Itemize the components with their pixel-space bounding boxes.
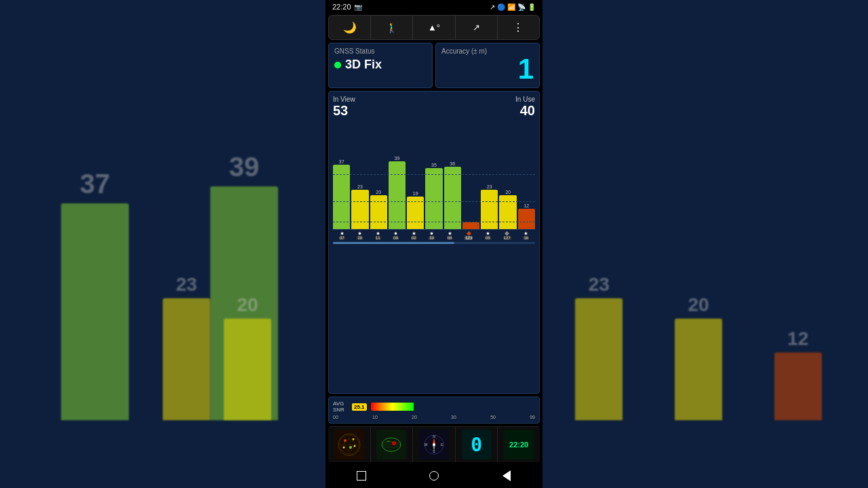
bg-bar-12: 12: [774, 328, 822, 420]
snr-bar-container: [371, 403, 535, 411]
zero-display: 0: [471, 434, 482, 456]
bar-02: 19: [407, 128, 424, 229]
time-nav-display: 22:20: [509, 441, 528, 449]
app-container: 22:20 📷 ↗ 🔵 📶 📡 🔋 🌙 🚶‍♂️ ▲° ↗ ⋮ GNSS Sta…: [326, 0, 542, 488]
svg-point-8: [342, 447, 344, 449]
sat-dot-30: [430, 232, 433, 235]
sat-id-20: 20: [357, 232, 363, 240]
accuracy-box: Accuracy (± m) 1: [435, 43, 540, 88]
bg-label-12: 12: [787, 328, 808, 350]
bar-30: 35: [425, 128, 442, 229]
snr-scale-10: 10: [372, 415, 378, 420]
sat-id-11: 11: [375, 232, 381, 240]
snr-scale: 00 10 20 30 50 99: [333, 415, 535, 420]
sat-id-07: 07: [339, 232, 345, 240]
sat-label-09: 09: [393, 236, 399, 240]
satellite-scroll-bar[interactable]: [333, 242, 535, 244]
satellite-header: In View 53 In Use 40: [333, 96, 535, 119]
chart-line-high: [333, 174, 535, 175]
circle-icon: [429, 471, 439, 481]
bar-30-rect: [425, 168, 442, 229]
in-use-count: 40: [515, 103, 535, 119]
bar-20-rect: [351, 190, 368, 229]
satellite-chart: 37 23 20 39 19: [333, 121, 535, 230]
navigation-icon: ↗: [490, 3, 495, 11]
svg-text:W: W: [425, 443, 428, 447]
pedestrian-button[interactable]: 🚶‍♂️: [371, 16, 413, 39]
bar-123: [462, 128, 479, 229]
sat-dot-07: [340, 232, 344, 235]
bar-09-value: 39: [395, 156, 400, 161]
nav-zero-button[interactable]: 0: [456, 427, 498, 462]
sat-label-05: 05: [485, 236, 491, 240]
in-view-section: In View 53: [333, 96, 355, 119]
nav-map-icon: [376, 430, 406, 460]
sat-id-05: 05: [485, 232, 491, 240]
sat-label-11: 11: [375, 236, 381, 240]
signal-icon: 📶: [507, 3, 515, 11]
sat-label-07: 07: [339, 236, 345, 240]
gnss-fix-text: 3D Fix: [345, 58, 382, 72]
bar-05-value: 23: [487, 184, 492, 189]
svg-point-25: [433, 443, 435, 446]
snr-scale-99: 99: [530, 415, 535, 420]
sat-id-16: 16: [523, 232, 529, 240]
bar-16-value: 12: [524, 203, 529, 208]
scroll-thumb: [333, 242, 454, 244]
sat-label-20: 20: [357, 236, 363, 240]
nav-map-view[interactable]: [371, 427, 414, 462]
bar-05-rect: [481, 190, 498, 229]
sat-label-123: 123: [465, 236, 473, 240]
sat-dot-09: [394, 232, 397, 235]
snr-scale-00: 00: [333, 415, 338, 420]
bar-127: 20: [499, 128, 516, 229]
sat-dot-123: [467, 231, 471, 236]
bar-11-value: 20: [376, 190, 381, 195]
nav-time-button[interactable]: 22:20: [498, 427, 540, 462]
sat-id-06: 06: [447, 232, 453, 240]
bar-02-value: 19: [413, 191, 418, 196]
recents-button[interactable]: [496, 468, 517, 484]
sat-id-02: 02: [411, 232, 417, 240]
satellite-ids-row: 07 20 11 09 02 30: [333, 232, 535, 240]
more-button[interactable]: ⋮: [498, 16, 539, 39]
chart-line-low: [333, 222, 535, 222]
gnss-fix-display: 3D Fix: [334, 58, 427, 72]
snr-scale-20: 20: [412, 415, 417, 420]
bg-label-23r: 23: [589, 274, 610, 296]
nav-satellite-view[interactable]: [328, 427, 371, 462]
share-button[interactable]: ↗: [456, 16, 498, 39]
snr-label: AVGSNR: [333, 401, 348, 413]
bg-label-20l: 20: [237, 294, 258, 316]
bar-127-rect: [499, 195, 516, 229]
night-mode-button[interactable]: 🌙: [329, 16, 371, 39]
home-button[interactable]: [424, 468, 444, 484]
snr-panel: AVGSNR 25.1 00 10 20 30 50 99: [328, 396, 540, 424]
gnss-indicator-dot: [334, 62, 341, 68]
sat-dot-20: [358, 232, 361, 235]
nav-satellite-icon: [334, 430, 364, 460]
satellite-panel: In View 53 In Use 40 37 23: [328, 91, 540, 394]
nav-compass-view[interactable]: N S W E: [413, 427, 456, 462]
navigation-button[interactable]: ▲°: [413, 16, 455, 39]
bg-bar-20-right: 20: [675, 294, 722, 420]
bar-09: 39: [389, 128, 406, 229]
time-display: 22:20: [332, 3, 351, 11]
square-icon: [357, 471, 366, 481]
sat-dot-11: [376, 232, 380, 235]
bar-07-value: 37: [339, 159, 344, 164]
status-icons: ↗ 🔵 📶 📡 🔋: [490, 3, 536, 11]
bg-bar-23-left: 23: [163, 274, 210, 420]
chart-line-mid: [333, 201, 535, 202]
bar-11-rect: [370, 195, 387, 229]
in-view-label: In View: [333, 96, 355, 103]
bar-20: 23: [351, 128, 368, 229]
bar-06-rect: [444, 167, 461, 229]
bar-127-value: 20: [505, 190, 511, 195]
bg-bar-23-right: 23: [575, 274, 623, 420]
sat-id-127: 127: [503, 232, 511, 240]
bar-07: 37: [333, 128, 350, 229]
sat-label-02: 02: [411, 236, 417, 240]
back-button[interactable]: [351, 468, 372, 484]
nav-compass-icon: N S W E: [419, 430, 449, 460]
